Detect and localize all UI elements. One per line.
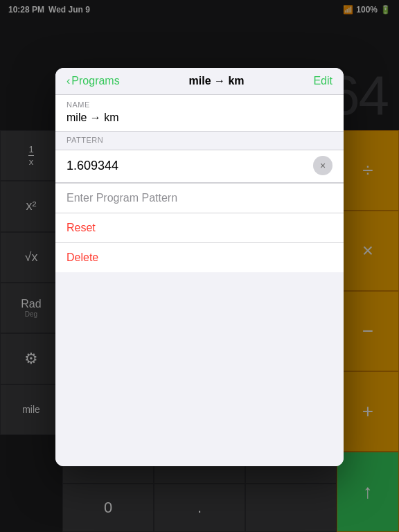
name-field-section: NAME mile → km (55, 95, 344, 132)
back-button[interactable]: ‹ Programs (66, 75, 120, 87)
name-value: mile → km (66, 112, 332, 124)
pattern-value: 1.609344 (66, 159, 118, 173)
close-pattern-button[interactable]: × (313, 156, 332, 175)
delete-label: Delete (66, 251, 98, 263)
pattern-row: 1.609344 × (66, 156, 332, 175)
modal-card: ‹ Programs mile → km Edit NAME mile → km… (55, 68, 344, 466)
back-label: Programs (71, 75, 119, 87)
name-label: NAME (66, 100, 332, 109)
delete-button[interactable]: Delete (55, 243, 344, 272)
pattern-label: PATTERN (55, 136, 344, 147)
modal-empty-area (55, 272, 344, 466)
enter-pattern-field[interactable]: Enter Program Pattern (55, 184, 344, 213)
enter-pattern-placeholder: Enter Program Pattern (66, 192, 177, 204)
modal-title: mile → km (189, 75, 245, 87)
reset-label: Reset (66, 222, 96, 233)
chevron-left-icon: ‹ (66, 75, 70, 87)
pattern-field-section: PATTERN 1.609344 × (55, 132, 344, 184)
modal-header: ‹ Programs mile → km Edit (55, 68, 344, 95)
reset-button[interactable]: Reset (55, 213, 344, 243)
close-icon: × (320, 160, 326, 171)
edit-button[interactable]: Edit (313, 75, 332, 87)
